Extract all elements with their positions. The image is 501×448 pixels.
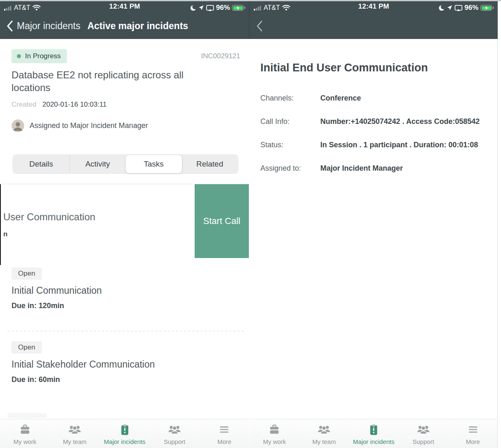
briefcase-icon — [18, 423, 32, 436]
tab-tasks[interactable]: Tasks — [126, 155, 182, 173]
briefcase-icon — [268, 423, 281, 436]
signal-icon — [4, 5, 12, 11]
task-due: Due in: 60min — [11, 375, 155, 384]
back-button[interactable] — [256, 21, 262, 32]
tab-activity[interactable]: Activity — [69, 155, 126, 173]
video-edge-strip — [0, 0, 501, 1]
status-dot-icon — [17, 54, 21, 58]
tabbar-item-more[interactable]: More — [448, 419, 498, 448]
status-badge: In Progress — [11, 49, 67, 63]
field-value: Conference — [320, 92, 485, 104]
assigned-to-text: Assigned to Major Incident Manager — [30, 121, 148, 130]
tabbar-item-major-incidents[interactable]: Major incidents — [349, 419, 399, 448]
back-label: Major incidents — [17, 21, 80, 32]
task-due: Due in: 120min — [11, 302, 102, 310]
tab-details[interactable]: Details — [13, 155, 69, 173]
right-phone-screen: AT&T 12:41 PM 96% Initial End — [250, 0, 498, 448]
tabbar-item-more[interactable]: More — [200, 419, 249, 448]
field-value: Major Incident Manager — [320, 162, 485, 174]
dual-phone-screenshot: AT&T 12:41 PM 96% Major incidents — [0, 0, 501, 448]
partial-next-task-badge — [7, 413, 46, 418]
moon-icon — [439, 5, 445, 11]
menu-icon — [218, 423, 231, 436]
chevron-left-icon — [256, 21, 262, 32]
screen-mirroring-icon — [206, 5, 214, 11]
wifi-icon — [282, 5, 290, 11]
tabbar-item-my-team[interactable]: My team — [50, 419, 99, 448]
task-status-badge: Open — [11, 341, 42, 354]
tabbar-item-major-incidents[interactable]: Major incidents — [100, 419, 149, 448]
created-row: Created 2020-01-16 10:03:11 — [11, 101, 107, 109]
swiped-task-subtitle: n — [3, 230, 7, 238]
field-label: Call Info: — [260, 116, 301, 127]
people-icon — [68, 423, 81, 436]
page-title: Active major incidents — [87, 21, 188, 32]
location-arrow-icon — [447, 5, 453, 11]
field-value: Number:+14025074242 . Access Code:058542 — [320, 115, 485, 128]
tabbar-item-my-work[interactable]: My work — [250, 419, 299, 448]
back-button[interactable]: Major incidents — [7, 21, 80, 32]
signal-icon — [254, 5, 262, 11]
task-status-badge: Open — [11, 267, 42, 280]
assigned-row[interactable]: Assigned to Major Incident Manager — [11, 119, 148, 132]
task-list-item[interactable]: Open Initial Communication Due in: 120mi… — [11, 267, 102, 310]
header: AT&T 12:41 PM 96% — [250, 0, 498, 39]
battery-charging-icon — [232, 5, 244, 11]
status-bar: AT&T 12:41 PM 96% — [250, 0, 498, 14]
incident-number: INC0029121 — [201, 52, 240, 60]
people-icon — [317, 423, 331, 436]
field-call-info: Call Info: Number:+14025074242 . Access … — [260, 115, 485, 128]
created-label: Created — [11, 101, 36, 108]
task-detail-title: Initial End User Communication — [260, 62, 428, 74]
screens-seam — [249, 0, 250, 39]
screen-mirroring-icon — [455, 5, 462, 11]
clipboard-alert-icon — [118, 423, 131, 436]
battery-charging-icon — [480, 5, 492, 11]
swiped-task-title: User Communication — [3, 211, 95, 223]
carrier-label: AT&T — [14, 4, 30, 11]
right-screen-edge — [497, 39, 498, 448]
bottom-tab-bar: My work My team Major incidents Support … — [250, 419, 498, 448]
task-title: Initial Stakeholder Communication — [11, 359, 155, 370]
tabbar-item-my-team[interactable]: My team — [299, 419, 349, 448]
people-icon — [168, 423, 181, 436]
people-icon — [417, 423, 430, 436]
header: AT&T 12:41 PM 96% Major incidents — [0, 0, 249, 39]
bottom-tab-bar: My work My team Major incidents Support … — [0, 419, 249, 448]
start-call-button[interactable]: Start Call — [195, 184, 249, 258]
tabbar-item-support[interactable]: Support — [398, 419, 448, 448]
location-arrow-icon — [198, 5, 204, 11]
chevron-left-icon — [7, 21, 13, 32]
menu-icon — [467, 423, 480, 436]
task-list-item[interactable]: Open Initial Stakeholder Communication D… — [11, 341, 155, 384]
clipboard-alert-icon — [367, 423, 380, 436]
tab-related[interactable]: Related — [182, 155, 238, 173]
dashed-separator — [7, 331, 244, 331]
tab-segmented-control: Details Activity Tasks Related — [12, 154, 239, 174]
wifi-icon — [32, 5, 41, 11]
battery-tip — [244, 7, 245, 9]
tabbar-item-my-work[interactable]: My work — [0, 419, 50, 448]
tabbar-item-support[interactable]: Support — [149, 419, 199, 448]
battery-percent: 96% — [216, 4, 230, 12]
swiped-task-row[interactable]: User Communication n Start Call — [0, 184, 249, 258]
nav-bar — [250, 14, 498, 38]
nav-bar: Major incidents Active major incidents — [0, 14, 249, 38]
field-value: In Session . 1 participant . Duration: 0… — [320, 139, 485, 151]
field-label: Assigned to: — [260, 163, 301, 174]
task-detail-fields: Channels: Conference Call Info: Number:+… — [260, 92, 485, 185]
carrier-label: AT&T — [264, 4, 280, 11]
moon-icon — [190, 5, 196, 11]
status-bar: AT&T 12:41 PM 96% — [0, 0, 249, 14]
left-phone-screen: AT&T 12:41 PM 96% Major incidents — [0, 0, 249, 448]
field-assigned-to: Assigned to: Major Incident Manager — [260, 162, 485, 174]
field-label: Status: — [260, 139, 301, 150]
created-value: 2020-01-16 10:03:11 — [42, 101, 107, 108]
battery-percent: 96% — [464, 4, 478, 12]
task-title: Initial Communication — [11, 285, 102, 296]
field-channels: Channels: Conference — [260, 92, 485, 104]
battery-tip — [493, 7, 494, 9]
swipe-edge-line — [0, 184, 1, 265]
avatar — [11, 119, 24, 132]
incident-title: Database EE2 not replicating across all … — [11, 69, 207, 94]
